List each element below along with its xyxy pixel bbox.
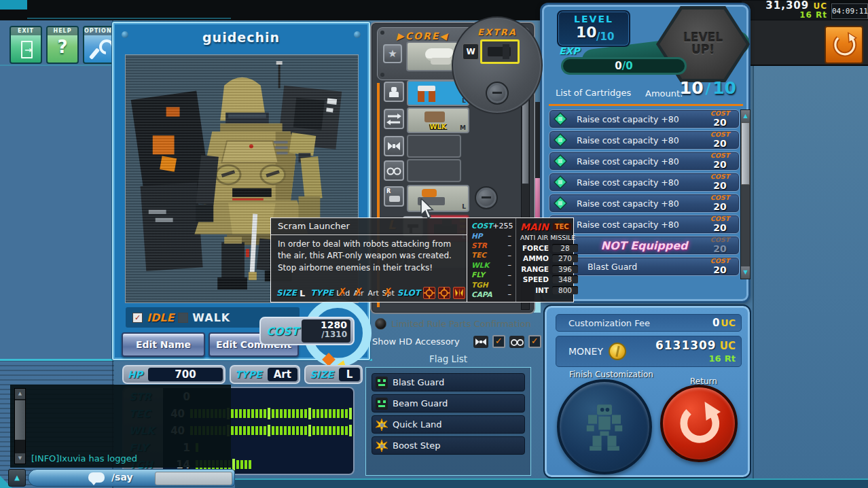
- cartridge-name: Raise cost capacity +80: [577, 135, 679, 145]
- diff-label: COST: [471, 222, 492, 230]
- part-thumb-icon: [418, 91, 424, 102]
- divider: [549, 104, 743, 106]
- limited-rule-label: Limited Rule Parts Confirmation: [391, 319, 531, 329]
- weapon-stat-label: SPEED: [520, 275, 552, 283]
- top-bar-accent: [0, 0, 27, 10]
- chat-expand-button[interactable]: ▲: [8, 469, 26, 487]
- arm-part-slot[interactable]: L: [407, 185, 469, 212]
- flag-label: Boost Step: [393, 440, 440, 451]
- return-button[interactable]: [660, 385, 738, 462]
- top-bar-line: [27, 18, 231, 19]
- scroll-down-button[interactable]: ▼: [741, 266, 750, 279]
- chat-input-area[interactable]: /say: [28, 469, 235, 487]
- glasses-accessory-icon: [384, 160, 404, 181]
- refresh-button[interactable]: [825, 26, 863, 64]
- cartridge-scrollbar[interactable]: ▲ ▼: [740, 109, 751, 279]
- help-button[interactable]: HELP ?: [46, 26, 79, 64]
- cost-value: 20: [713, 264, 726, 275]
- cost-label: COST: [706, 152, 734, 159]
- background-seam: [753, 65, 754, 488]
- exit-button[interactable]: EXIT →: [10, 26, 42, 64]
- cartridge-row[interactable]: Raise cost capacity +80 COST20: [549, 194, 740, 213]
- edit-name-button[interactable]: Edit Name: [122, 332, 205, 357]
- weapon-stats-column: MAINTEC ANTI AIR MISSILE FORCE28 AMMO270…: [516, 218, 581, 302]
- accessory-slot-empty[interactable]: [407, 159, 461, 182]
- return-arrow-icon: [677, 402, 721, 445]
- flag-item[interactable]: Quick Land: [372, 415, 525, 434]
- limited-rule-row[interactable]: Limited Rule Parts Confirmation: [375, 318, 531, 330]
- walk-label[interactable]: WALK: [192, 311, 230, 324]
- money-unit: UC: [720, 340, 736, 352]
- chat-scrollbar-thumb[interactable]: [15, 400, 25, 440]
- flag-item[interactable]: Boost Step: [372, 436, 525, 455]
- rivet: [122, 31, 128, 38]
- cartridge-row[interactable]: Raise cost capacity +80 COST20: [549, 130, 740, 150]
- cartridge-scrollbar-thumb[interactable]: [741, 122, 750, 185]
- cost-label: COST: [706, 215, 734, 222]
- chat-scrollbar[interactable]: ▲ ▼: [14, 388, 26, 464]
- size-label: SIZE: [276, 288, 297, 298]
- weapon-stat-label: INT: [520, 286, 552, 294]
- idle-checkbox[interactable]: ✓: [132, 313, 143, 323]
- extra-label: EXTRA: [453, 27, 541, 37]
- weapon-stat-value: 800: [552, 286, 578, 294]
- arm-icon: [389, 196, 400, 202]
- diff-value: –: [508, 241, 512, 249]
- cartridge-name: Raise cost capacity +80: [577, 177, 679, 188]
- options-button[interactable]: OPTIONS: [83, 26, 115, 64]
- cartridge-name: Raise cost capacity +80: [577, 156, 679, 167]
- flag-label: Blast Guard: [393, 377, 444, 387]
- desc-line: Stop airborne enemies in their tracks!: [278, 262, 460, 274]
- tooltip-body: Scram Launcher In order to deal with rob…: [270, 217, 467, 302]
- show-hd-checkbox-2[interactable]: ✓: [528, 335, 541, 348]
- diff-value: –: [508, 260, 512, 269]
- slot-claw-icon: [453, 287, 465, 299]
- chat-input-bar: ▲ /say: [8, 469, 235, 487]
- slot-label: SLOT: [397, 288, 420, 298]
- main-label: MAIN: [520, 222, 549, 232]
- fee-label: Customization Fee: [568, 318, 650, 328]
- limited-rule-radio[interactable]: [375, 318, 386, 330]
- cartridge-name: Raise cost capacity +80: [577, 198, 679, 209]
- coin-icon: [609, 343, 626, 360]
- size-value: L: [300, 288, 305, 298]
- weapon-stat-value: 270: [552, 254, 578, 262]
- walk-checkbox[interactable]: [178, 313, 188, 323]
- gem-icon: [554, 133, 567, 147]
- cartridge-row[interactable]: Raise cost capacity +80 COST20: [549, 173, 740, 192]
- money-rt: 16: [709, 353, 721, 364]
- cartridge-row[interactable]: Raise cost capacity +80 COST20: [549, 109, 740, 128]
- show-hd-checkbox-1[interactable]: ✓: [492, 335, 505, 348]
- accessory-slot-empty[interactable]: [407, 135, 461, 158]
- cartridge-row[interactable]: Raise cost capacity +80 COST20: [549, 152, 740, 171]
- mouse-cursor: [420, 198, 437, 223]
- weapon-stat-label: FORCE: [520, 244, 552, 252]
- customization-fee-bar: Customization Fee 0 UC: [556, 314, 742, 332]
- chat-text-input[interactable]: [155, 472, 232, 485]
- remove-extra-button[interactable]: [486, 82, 509, 105]
- bust-icon: [391, 87, 397, 92]
- level-box: LEVEL 10 /10: [557, 10, 630, 47]
- type-lnd: Lnd✗: [336, 289, 350, 298]
- type-label: TYPE: [231, 369, 266, 380]
- diff-label: STR: [471, 241, 508, 249]
- level-max: /10: [596, 31, 614, 43]
- background-seam: [0, 65, 112, 66]
- wlk-tag: WLK: [408, 123, 468, 130]
- remove-arm-button[interactable]: [475, 186, 498, 209]
- extra-weapon-slot[interactable]: [480, 39, 520, 64]
- slot-missile-icon: [423, 287, 435, 299]
- exp-current: 0: [615, 60, 621, 72]
- idle-label[interactable]: IDLE: [147, 311, 174, 324]
- scroll-up-button[interactable]: ▲: [741, 110, 750, 122]
- exit-arrow-icon: →: [24, 45, 32, 55]
- weapon-stat-label: RANGE: [520, 265, 552, 273]
- chat-scroll-up[interactable]: ▲: [15, 389, 25, 399]
- chat-scroll-down[interactable]: ▼: [15, 453, 25, 464]
- flag-item[interactable]: Beam Guard: [372, 394, 525, 413]
- legs-part-slot[interactable]: WLK M: [407, 107, 469, 133]
- flag-item[interactable]: Blast Guard: [372, 373, 525, 391]
- favorite-star-button[interactable]: ★: [383, 44, 402, 63]
- part-thumb-icon: [418, 86, 435, 91]
- finish-customization-button[interactable]: [557, 379, 652, 474]
